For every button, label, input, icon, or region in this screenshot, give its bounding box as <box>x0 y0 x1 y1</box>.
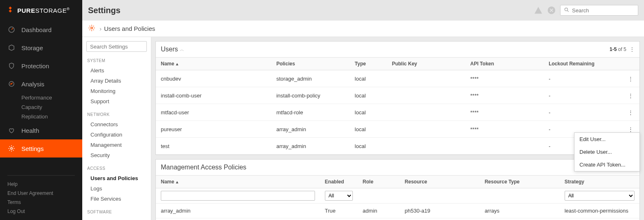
user-row-context-menu: Edit User... Delete User... Create API T… <box>574 132 640 171</box>
subnav-file-services[interactable]: File Services <box>82 194 151 204</box>
row-menu-button[interactable]: ⋮ <box>627 125 635 133</box>
subnav-users-policies[interactable]: Users and Policies <box>82 173 151 183</box>
topbar: Settings <box>82 0 644 21</box>
cell-pol-name: install-comb-policy <box>156 218 320 220</box>
nav-label: Storage <box>21 44 43 51</box>
footer-terms[interactable]: Terms <box>7 198 75 207</box>
subnav-configuration[interactable]: Configuration <box>82 130 151 140</box>
cell-pol-enabled: True <box>320 204 358 218</box>
cell-public-key <box>387 121 466 138</box>
nav-health[interactable]: Health <box>0 121 82 139</box>
th-name[interactable]: Name▲ <box>156 58 271 70</box>
page-title: Settings <box>88 6 120 15</box>
nav-analysis-sub: Performance Capacity Replication <box>0 93 82 121</box>
cell-name: cnbudev <box>156 70 271 87</box>
th-pol-enabled[interactable]: Enabled <box>320 176 358 188</box>
gear-icon <box>88 24 95 33</box>
cell-policies: mtfacd-role <box>271 104 350 121</box>
subnav-security[interactable]: Security <box>82 150 151 160</box>
subnav-section-software: SOFTWARE <box>82 208 151 217</box>
filter-strategy-select[interactable]: All <box>565 191 635 201</box>
nav-settings[interactable]: Settings <box>0 139 82 157</box>
table-row: array_adminTrueadminph530-a19arraysleast… <box>156 204 639 218</box>
users-panel-menu[interactable]: ⋮ <box>630 46 635 52</box>
subnav-section-access: ACCESS <box>82 164 151 173</box>
th-type[interactable]: Type <box>350 58 387 70</box>
cell-pol-name: array_admin <box>156 204 320 218</box>
nav-sub-performance[interactable]: Performance <box>21 93 82 102</box>
th-pol-name[interactable]: Name▲ <box>156 176 320 188</box>
filter-name-input[interactable] <box>161 191 315 201</box>
settings-subnav: SYSTEM Alerts Array Details Monitoring S… <box>82 37 151 220</box>
nav-sub-capacity[interactable]: Capacity <box>21 102 82 112</box>
nav-analysis[interactable]: Analysis <box>0 75 82 93</box>
users-pager: 1-5 of 5 <box>609 46 626 52</box>
svg-point-2 <box>11 148 13 150</box>
gauge-icon <box>7 25 16 34</box>
nav-protection[interactable]: Protection <box>0 57 82 75</box>
menu-edit-user[interactable]: Edit User... <box>575 133 639 146</box>
policies-panel: Management Access Policies Name▲ Enabled… <box>155 159 640 220</box>
divider <box>7 175 75 176</box>
nav-storage[interactable]: Storage <box>0 39 82 57</box>
subnav-array-details[interactable]: Array Details <box>82 76 151 86</box>
subnav-section-network: NETWORK <box>82 111 151 119</box>
subnav-logs[interactable]: Logs <box>82 183 151 194</box>
cell-policies: array_admin <box>271 138 350 155</box>
menu-delete-user[interactable]: Delete User... <box>575 146 639 158</box>
settings-search-input[interactable] <box>86 41 147 52</box>
footer-logout[interactable]: Log Out <box>7 207 75 216</box>
cube-icon <box>7 44 16 52</box>
th-api-token[interactable]: API Token <box>466 58 544 70</box>
svg-point-4 <box>565 8 568 11</box>
chart-icon <box>7 80 16 88</box>
subnav-alerts[interactable]: Alerts <box>82 65 151 76</box>
brand-text: PURESTORAGE® <box>17 7 69 14</box>
cell-api-token: **** <box>466 87 544 104</box>
alert-icon[interactable] <box>534 6 543 15</box>
caret-up-icon[interactable]: ︿ <box>180 46 184 53</box>
table-row: testarray_adminlocal-⋮ <box>156 138 639 155</box>
gear-icon <box>7 144 16 153</box>
th-pol-resource[interactable]: Resource <box>400 176 480 188</box>
th-pol-restype[interactable]: Resource Type <box>480 176 559 188</box>
cell-lockout: - <box>544 70 622 87</box>
users-table: Name▲ Policies Type Public Key API Token… <box>156 57 639 155</box>
nav-sub-replication[interactable]: Replication <box>21 112 82 121</box>
cell-policies: array_admin <box>271 121 350 138</box>
subnav-support[interactable]: Support <box>82 96 151 107</box>
cell-api-token: **** <box>466 121 544 138</box>
th-public-key[interactable]: Public Key <box>387 58 466 70</box>
menu-create-api-token[interactable]: Create API Token... <box>575 158 639 171</box>
cell-public-key <box>387 70 466 87</box>
cell-pol-resource: install-comb <box>400 218 480 220</box>
subnav-monitoring[interactable]: Monitoring <box>82 86 151 96</box>
nav-dashboard[interactable]: Dashboard <box>0 21 82 39</box>
close-icon[interactable] <box>547 6 556 15</box>
cell-pol-enabled: True <box>320 218 358 220</box>
th-pol-role[interactable]: Role <box>358 176 400 188</box>
nav-label: Dashboard <box>21 26 51 33</box>
cell-api-token <box>466 138 544 155</box>
row-menu-button[interactable]: ⋮ <box>627 108 635 116</box>
main: Settings › Users and Policies SYSTEM <box>82 0 644 220</box>
users-panel-title: Users <box>161 46 178 53</box>
th-pol-strategy[interactable]: Strategy <box>560 176 639 188</box>
th-policies[interactable]: Policies <box>271 58 350 70</box>
th-lockout[interactable]: Lockout Remaining <box>544 58 622 70</box>
cell-lockout: - <box>544 104 622 121</box>
subnav-management[interactable]: Management <box>82 140 151 150</box>
breadcrumb-page: Users and Policies <box>104 25 155 32</box>
footer-eula[interactable]: End User Agreement <box>7 189 75 198</box>
nav-label: Health <box>21 127 39 134</box>
footer-help[interactable]: Help <box>7 180 75 189</box>
row-menu-button[interactable]: ⋮ <box>627 91 635 100</box>
cell-public-key <box>387 87 466 104</box>
cell-pol-resource: ph530-a19 <box>400 204 480 218</box>
row-menu-button[interactable]: ⋮ <box>627 74 635 83</box>
global-search[interactable] <box>560 5 638 16</box>
subnav-connectors[interactable]: Connectors <box>82 119 151 130</box>
global-search-input[interactable] <box>572 7 641 14</box>
cell-type: local <box>350 104 387 121</box>
filter-enabled-select[interactable]: All <box>325 191 353 201</box>
